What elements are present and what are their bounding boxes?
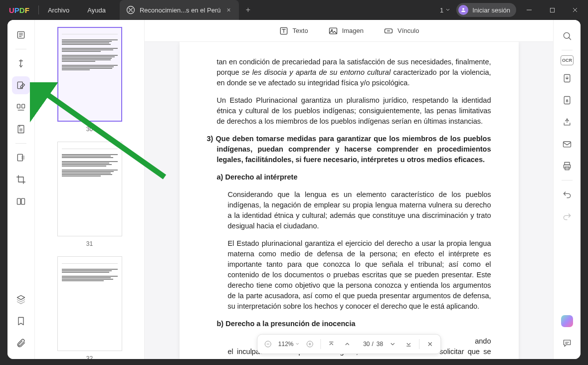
document-page[interactable]: tan en condición de precariedad para la … — [180, 42, 519, 359]
zoom-in-button[interactable] — [303, 337, 318, 352]
zoom-dropdown[interactable]: 112% — [276, 341, 302, 348]
login-label: Iniciar sesión — [472, 6, 510, 14]
export-button[interactable] — [558, 69, 576, 87]
comment-tool-button[interactable] — [12, 54, 30, 72]
menu-file[interactable]: Archivo — [39, 6, 78, 14]
new-tab-button[interactable]: + — [239, 5, 257, 14]
svg-rect-5 — [17, 104, 20, 108]
app-logo: UPDF — [0, 6, 38, 14]
svg-point-1 — [462, 8, 464, 10]
organize-pages-button[interactable] — [12, 98, 30, 116]
attachments-button[interactable] — [12, 334, 30, 352]
form-tool-button[interactable] — [12, 120, 30, 138]
search-button[interactable] — [558, 27, 576, 45]
chevron-down-icon — [445, 7, 450, 12]
image-icon — [328, 26, 338, 36]
svg-rect-9 — [22, 156, 24, 160]
text-tool-button[interactable]: Texto — [279, 26, 308, 36]
first-page-button[interactable] — [324, 337, 339, 352]
page-scroll-area[interactable]: tan en condición de precariedad para la … — [145, 42, 553, 359]
thumbnail-page[interactable] — [57, 256, 122, 351]
tab-document-icon — [126, 5, 136, 15]
titlebar: UPDF Archivo Ayuda Reconocimien...s en e… — [0, 0, 588, 20]
left-sidebar — [7, 20, 35, 359]
ai-assistant-button[interactable] — [558, 312, 576, 330]
email-button[interactable] — [558, 135, 576, 153]
ocr-button[interactable]: OCR — [561, 55, 574, 65]
close-control-button[interactable] — [422, 337, 437, 352]
edit-pdf-button[interactable] — [12, 76, 30, 94]
avatar-icon — [458, 5, 468, 15]
redact-button[interactable] — [12, 149, 30, 167]
thumbnail-panel: 30 31 32 — [35, 20, 145, 359]
zoom-out-button[interactable] — [260, 337, 275, 352]
prev-page-button[interactable] — [340, 337, 355, 352]
svg-point-14 — [331, 29, 333, 31]
share-button[interactable] — [558, 113, 576, 131]
svg-rect-10 — [17, 198, 21, 204]
layers-button[interactable] — [12, 290, 30, 308]
chevron-down-icon — [296, 342, 300, 346]
redo-button[interactable] — [558, 207, 576, 225]
tab-title: Reconocimien...s en el Perú — [140, 6, 221, 14]
main-panel: 30 31 32 — [7, 20, 581, 359]
total-pages: 38 — [376, 341, 384, 348]
crop-button[interactable] — [12, 171, 30, 188]
maximize-button[interactable] — [542, 2, 562, 17]
right-sidebar: OCR — [553, 20, 581, 359]
chat-button[interactable] — [558, 334, 576, 352]
last-page-button[interactable] — [401, 337, 416, 352]
menu-help[interactable]: Ayuda — [78, 6, 115, 14]
window-counter[interactable]: 1 — [437, 6, 453, 14]
page-number-input[interactable] — [356, 341, 370, 348]
next-page-button[interactable] — [385, 337, 400, 352]
tab-close-button[interactable]: × — [224, 6, 232, 14]
close-window-button[interactable] — [565, 2, 585, 17]
thumbnail-number: 32 — [86, 355, 93, 359]
thumbnail-page[interactable] — [57, 27, 122, 122]
svg-rect-22 — [564, 142, 571, 147]
compare-button[interactable] — [12, 192, 30, 210]
undo-button[interactable] — [558, 185, 576, 203]
print-button[interactable] — [558, 157, 576, 175]
login-button[interactable]: Iniciar sesión — [456, 3, 516, 17]
thumbnail-number: 31 — [86, 240, 93, 247]
svg-rect-2 — [550, 8, 554, 12]
edit-toolbar: Texto Imagen Vínculo — [145, 20, 553, 42]
reader-mode-button[interactable] — [12, 26, 30, 44]
link-icon — [384, 26, 393, 36]
minimize-button[interactable] — [519, 2, 539, 17]
text-icon — [279, 26, 289, 36]
thumbnail-page[interactable] — [57, 142, 122, 236]
svg-rect-23 — [565, 163, 570, 165]
page-control-bar: 112% / 38 — [257, 334, 441, 354]
document-tab[interactable]: Reconocimien...s en el Perú × — [120, 0, 239, 20]
image-tool-button[interactable]: Imagen — [328, 26, 364, 36]
protect-button[interactable] — [558, 91, 576, 109]
svg-rect-6 — [22, 104, 25, 108]
ai-icon — [561, 315, 573, 327]
thumbnail-number: 30 — [86, 126, 93, 133]
svg-rect-11 — [21, 198, 25, 204]
document-viewer: Texto Imagen Vínculo tan en condición de… — [145, 20, 553, 359]
bookmarks-button[interactable] — [12, 312, 30, 330]
link-tool-button[interactable]: Vínculo — [384, 26, 419, 36]
